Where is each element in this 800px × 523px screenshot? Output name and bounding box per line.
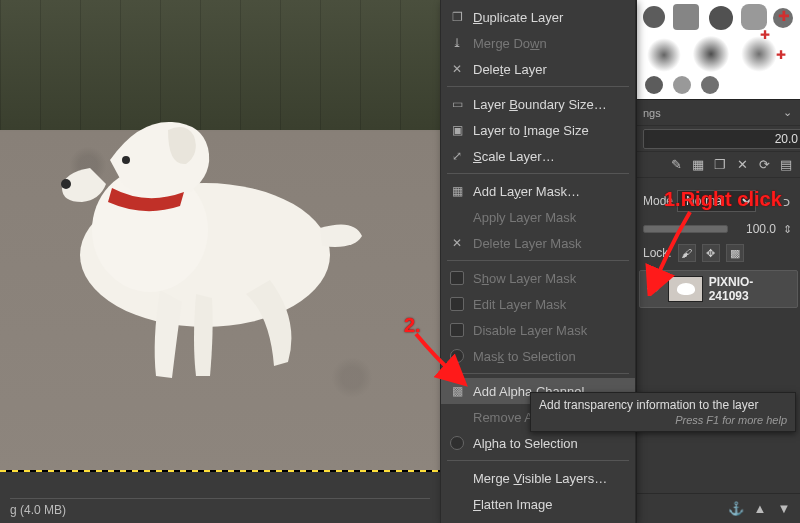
scale-icon: ⤢	[449, 148, 465, 164]
lock-alpha-icon[interactable]: ▩	[726, 244, 744, 262]
blank-icon	[449, 409, 465, 425]
menu-mask-to-selection: Mask to Selection	[441, 343, 635, 369]
lock-position-icon[interactable]: ✥	[702, 244, 720, 262]
brush-toolbar: ✎ ▦ ❐ ✕ ⟳ ▤	[637, 152, 800, 178]
delete-mask-icon: ✕	[449, 235, 465, 251]
tooltip-text: Add transparency information to the laye…	[539, 398, 787, 412]
merge-down-icon: ⤓	[449, 35, 465, 51]
boundary-icon: ▭	[449, 96, 465, 112]
menu-delete-layer-mask: ✕ Delete Layer Mask	[441, 230, 635, 256]
visibility-eye-icon[interactable]: 👁	[646, 281, 662, 297]
chevron-down-icon: ⌄	[780, 106, 794, 119]
layer-item[interactable]: 👁 PIXNIO-241093	[639, 270, 798, 308]
edit-brush-icon[interactable]: ✎	[668, 157, 684, 173]
blank-icon	[449, 496, 465, 512]
delete-icon: ✕	[449, 61, 465, 77]
status-bar: g (4.0 MB)	[0, 472, 440, 523]
status-text: g (4.0 MB)	[10, 498, 430, 517]
spacing-input-row[interactable]: ⇕	[637, 126, 800, 152]
right-panel: ✚ ✚ ✚ ngs ⌄ ⇕ ✎ ▦ ❐ ✕ ⟳ ▤ Mode Normal ⌄ …	[636, 0, 800, 523]
checkbox-icon	[450, 323, 464, 337]
opacity-row: 100.0 ⇕	[637, 218, 800, 240]
annotation-label-2: 2.	[404, 314, 421, 337]
menu-merge-visible-layers[interactable]: Merge Visible Layers…	[441, 465, 635, 491]
delete-brush-icon[interactable]: ✕	[734, 157, 750, 173]
new-brush-icon[interactable]: ▦	[690, 157, 706, 173]
menu-delete-layer[interactable]: ✕ Delete Layer	[441, 56, 635, 82]
duplicate-brush-icon[interactable]: ❐	[712, 157, 728, 173]
checkbox-icon	[450, 271, 464, 285]
tooltip-help: Press F1 for more help	[539, 414, 787, 426]
menu-apply-layer-mask: Apply Layer Mask	[441, 204, 635, 230]
menu-duplicate-layer[interactable]: ❐ Duplicate Layer	[441, 4, 635, 30]
refresh-icon[interactable]: ⟳	[756, 157, 772, 173]
radio-icon	[450, 436, 464, 450]
menu-separator	[447, 173, 629, 174]
menu-add-layer-mask[interactable]: ▦ Add Layer Mask…	[441, 178, 635, 204]
layer-context-menu: ❐ Duplicate Layer ⤓ Merge Down ✕ Delete …	[440, 0, 636, 523]
menu-layer-boundary-size[interactable]: ▭ Layer Boundary Size…	[441, 91, 635, 117]
anchor-icon[interactable]: ⚓	[728, 501, 744, 517]
blank-icon	[449, 209, 465, 225]
menu-scale-layer[interactable]: ⤢ Scale Layer…	[441, 143, 635, 169]
menu-edit-layer-mask: Edit Layer Mask	[441, 291, 635, 317]
spacing-input[interactable]	[643, 129, 800, 149]
menu-merge-down: ⤓ Merge Down	[441, 30, 635, 56]
alpha-channel-icon: ▩	[449, 383, 465, 399]
canvas-content-dog	[20, 60, 380, 400]
brushes-panel[interactable]: ✚ ✚ ✚	[637, 0, 800, 100]
lock-label: Lock:	[643, 246, 672, 260]
menu-alpha-to-selection[interactable]: Alpha to Selection	[441, 430, 635, 456]
layer-name[interactable]: PIXNIO-241093	[709, 275, 791, 303]
brush-settings-row[interactable]: ngs ⌄	[637, 100, 800, 126]
duplicate-icon: ❐	[449, 9, 465, 25]
fit-image-icon: ▣	[449, 122, 465, 138]
layer-thumbnail[interactable]	[668, 276, 703, 302]
opacity-value: 100.0	[732, 222, 776, 236]
tooltip: Add transparency information to the laye…	[530, 392, 796, 432]
layers-list: 👁 PIXNIO-241093	[637, 266, 800, 312]
svg-point-2	[61, 179, 71, 189]
menu-separator	[447, 260, 629, 261]
annotation-label-1: 1.Right click	[664, 188, 782, 211]
lock-row: Lock: 🖌 ✥ ▩	[637, 240, 800, 266]
menu-show-layer-mask: Show Layer Mask	[441, 265, 635, 291]
opacity-slider[interactable]	[643, 225, 728, 233]
lock-pixels-icon[interactable]: 🖌	[678, 244, 696, 262]
radio-icon	[450, 349, 464, 363]
add-mask-icon: ▦	[449, 183, 465, 199]
svg-point-3	[122, 156, 130, 164]
menu-disable-layer-mask: Disable Layer Mask	[441, 317, 635, 343]
menu-flatten-image[interactable]: Flatten Image	[441, 491, 635, 517]
menu-layer-to-image-size[interactable]: ▣ Layer to Image Size	[441, 117, 635, 143]
checkbox-icon	[450, 297, 464, 311]
menu-separator	[447, 460, 629, 461]
layer-up-icon[interactable]: ▲	[752, 501, 768, 517]
image-canvas[interactable]	[0, 0, 440, 472]
menu-separator	[447, 86, 629, 87]
layer-down-icon[interactable]: ▼	[776, 501, 792, 517]
stepper-icon[interactable]: ⇕	[780, 223, 794, 236]
menu-icon[interactable]: ▤	[778, 157, 794, 173]
blank-icon	[449, 470, 465, 486]
menu-separator	[447, 373, 629, 374]
